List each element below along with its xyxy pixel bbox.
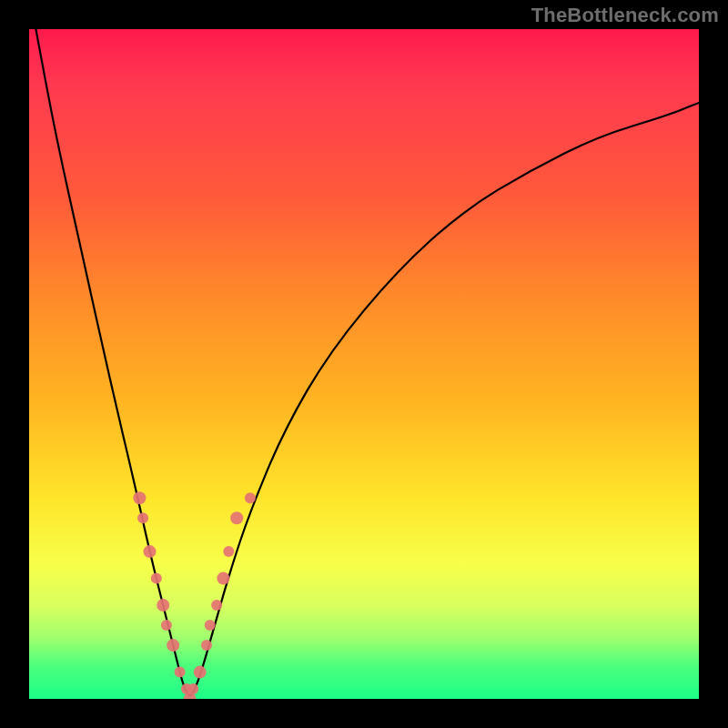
watermark-text: TheBottleneck.com — [531, 4, 719, 27]
chart-frame: TheBottleneck.com — [0, 0, 728, 728]
plot-background — [29, 29, 699, 699]
